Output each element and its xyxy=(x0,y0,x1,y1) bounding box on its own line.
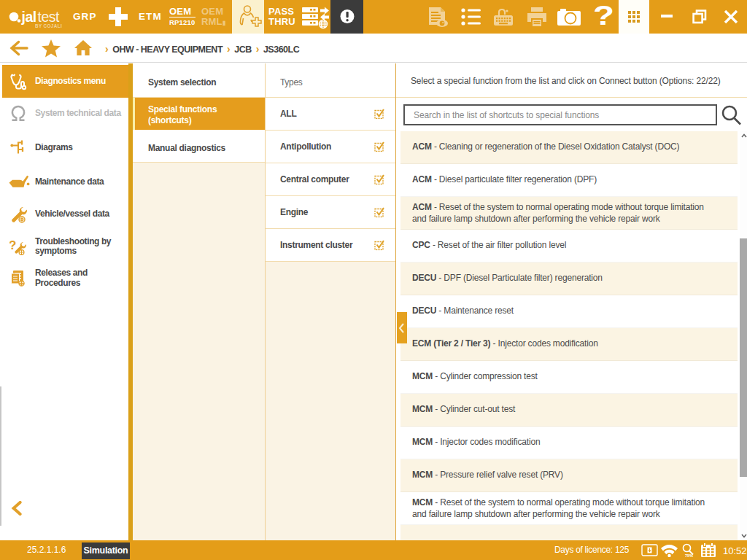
svg-text:75%: 75% xyxy=(685,553,693,558)
svg-text:?: ? xyxy=(9,238,16,252)
svg-text:jal: jal xyxy=(21,9,36,25)
svg-text:BY COJALI: BY COJALI xyxy=(35,23,62,28)
